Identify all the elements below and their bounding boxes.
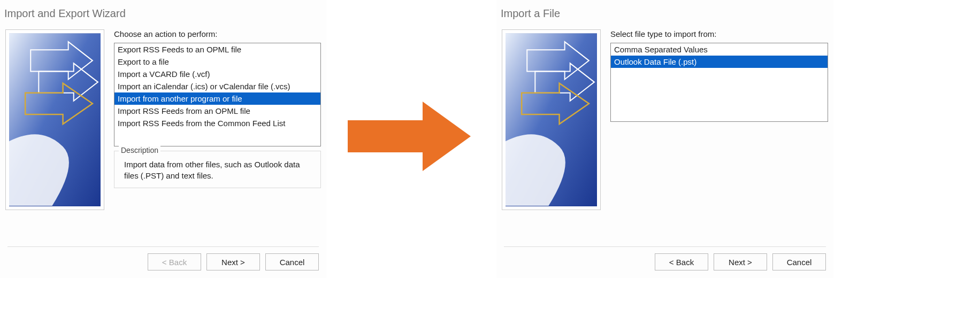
action-list-item[interactable]: Import RSS Feeds from an OPML file [114,105,320,117]
import-file-dialog: Import a File [496,0,833,278]
next-button[interactable]: Next > [206,253,260,270]
wizard-arrow-icon [9,33,101,206]
action-list-item[interactable]: Import an iCalendar (.ics) or vCalendar … [114,80,320,92]
action-prompt-label: Choose an action to perform: [114,29,321,38]
filetype-list-item[interactable]: Comma Separated Values [611,43,828,56]
dialog-buttons: < Back Next > Cancel [504,246,826,270]
dialog-title: Import and Export Wizard [0,0,326,29]
wizard-right-column: Select file type to import from: Comma S… [601,29,828,210]
back-button: < Back [148,253,201,270]
wizard-graphic-frame [502,29,601,210]
filetype-prompt-label: Select file type to import from: [610,29,828,38]
wizard-graphic [506,33,597,206]
dialog-body: Choose an action to perform: Export RSS … [0,29,326,210]
wizard-graphic-frame [5,29,104,210]
dialog-title: Import a File [496,0,833,29]
import-export-wizard-dialog: Import and Export Wizard [0,0,326,278]
cancel-button[interactable]: Cancel [772,253,826,270]
next-button[interactable]: Next > [714,253,767,270]
description-groupbox: Description Import data from other files… [114,151,321,188]
dialog-body: Select file type to import from: Comma S… [496,29,833,210]
actions-listbox[interactable]: Export RSS Feeds to an OPML fileExport t… [114,43,321,146]
filetypes-listbox[interactable]: Comma Separated ValuesOutlook Data File … [610,43,828,122]
description-text: Import data from other files, such as Ou… [124,159,314,181]
transition-arrow-icon [348,102,471,171]
action-list-item[interactable]: Import RSS Feeds from the Common Feed Li… [114,117,320,129]
description-group-title: Description [119,146,160,154]
action-list-item[interactable]: Import from another program or file [114,92,320,105]
wizard-graphic [9,33,101,206]
back-button[interactable]: < Back [655,253,708,270]
action-list-item[interactable]: Export RSS Feeds to an OPML file [114,43,320,56]
wizard-right-column: Choose an action to perform: Export RSS … [104,29,321,210]
filetype-list-item[interactable]: Outlook Data File (.pst) [611,56,828,68]
dialog-buttons: < Back Next > Cancel [7,246,319,270]
cancel-button[interactable]: Cancel [265,253,319,270]
action-list-item[interactable]: Import a VCARD file (.vcf) [114,68,320,80]
action-list-item[interactable]: Export to a file [114,56,320,68]
wizard-arrow-icon [506,33,597,206]
